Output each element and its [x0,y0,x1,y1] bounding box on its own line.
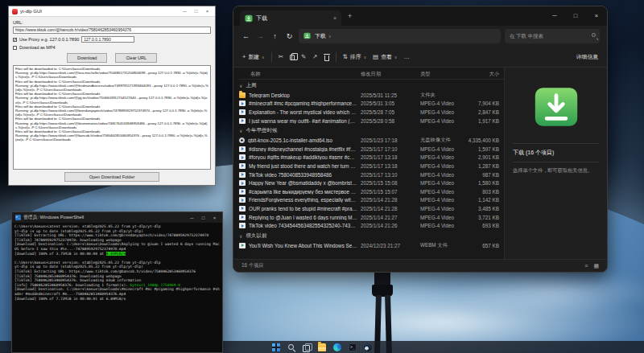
column-name[interactable]: 名称 [239,71,361,78]
file-explorer-window: 下载 下载 在 下载 中搜索 [233,6,608,273]
file-row[interactable]: TikTok video 75804085339489584862025/1/1… [239,170,504,179]
log-line: Running: yt-dlp https://www.tiktok.com/@… [15,84,208,92]
file-row[interactable]: #minecraft #mc #pcgaming #highperformanc… [239,100,504,109]
taskbar-edge-icon[interactable] [333,343,341,351]
file-row[interactable]: #сарымта like выкидируему без мистервое … [239,187,504,196]
explorer-titlebar[interactable]: 下载 [233,6,607,26]
column-date-modified[interactable]: 修改日期 [361,71,420,78]
sort-button[interactable]: 排序 [343,53,367,61]
file-row[interactable]: #disney #disneychannel #nostalgia #netfl… [239,145,504,154]
file-row[interactable]: Explanation - The worst mystical video w… [239,108,504,117]
file-row[interactable]: I just wanna wear my outfit- #art #anima… [239,117,504,125]
file-row[interactable]: Happy New Year @bsmatidaddy x @bombristi… [239,179,504,187]
terminal-line: [download] 100% of 7.72MiB in 00:00:01 a… [14,297,220,302]
up-button[interactable] [270,32,280,40]
group-header[interactable]: 很久以前 [239,231,504,241]
file-name: TikTok video 7580408533948958486 [249,172,361,178]
file-date: 2025/1/17 13:10 [361,172,420,178]
cut-icon[interactable] [279,53,283,60]
file-date: 2025/5/28 0:58 [361,118,420,124]
taskbar-steam-icon[interactable] [364,343,372,351]
maximize-icon[interactable] [565,6,586,24]
file-row[interactable]: qbit-knox-2025.1c-installer-amd64.iso202… [239,136,504,145]
file-type: 文件夹 [420,92,467,99]
minimize-icon[interactable] [544,6,565,24]
taskbar-icons [272,343,372,351]
file-date: 2024/12/23 21:27 [361,243,420,248]
log-line: Running: yt-dlp https://www.tiktok.com/@… [15,133,208,142]
refresh-button[interactable] [284,32,295,40]
file-size: 803 KB [467,189,504,195]
group-header[interactable]: 上周 [239,80,504,91]
close-icon[interactable] [203,9,212,14]
more-options-icon[interactable] [403,53,410,60]
taskbar-start-icon[interactable] [272,343,280,351]
maximize-icon[interactable] [199,215,208,220]
sort-label: 排序 [350,53,361,61]
maximize-icon[interactable] [192,9,200,14]
file-row[interactable]: Telegram Desktop2025/5/31 11:25文件夹 [239,91,504,100]
column-size[interactable]: 大小 [467,71,504,78]
taskbar-explorer-icon[interactable] [318,343,326,351]
open-download-folder-button[interactable]: Open Download Folder [64,172,160,182]
log-line: Running: yt-dlp https://www.tiktok.com/@… [15,71,208,79]
file-row[interactable]: FriendsForgiveness everything, especiall… [239,196,504,205]
minimize-icon[interactable] [180,9,189,14]
breadcrumb-crumb[interactable]: 下载 [315,32,326,40]
video-icon [239,109,246,115]
large-icons-view-icon[interactable] [593,263,599,269]
rename-icon[interactable] [301,53,306,60]
column-type[interactable]: 类型 [420,71,467,78]
file-name: #сарымта like выкидируему без мистервое … [249,189,361,195]
close-icon[interactable] [586,6,607,24]
breadcrumb[interactable]: 下载 [299,29,501,43]
ytdlp-app-icon [12,9,18,14]
file-type: MPEG-4 Video [420,163,467,169]
use-proxy-checkbox[interactable] [13,38,17,42]
view-icon [373,53,378,60]
forward-button[interactable] [255,32,266,40]
file-row[interactable]: #foryou #gifts #makeup #addiktyou #asmr … [239,154,504,162]
divider [271,52,272,62]
view-button[interactable]: 查看 [373,53,397,61]
file-size: 1,917 KB [467,118,504,124]
details-title: 下载 (16 个项目) [513,149,599,157]
file-row[interactable]: You'll Wish You Knew About This Windows … [239,241,504,250]
close-icon[interactable] [210,215,219,220]
taskbar-search-icon[interactable] [287,343,295,351]
explorer-tab-downloads[interactable]: 下载 [240,10,341,26]
chevron-down-icon [363,55,366,60]
minimize-icon[interactable] [188,215,196,220]
search-input[interactable]: 在 下载 中搜索 [505,29,600,43]
download-button[interactable]: Download [67,53,107,63]
back-button[interactable] [241,32,251,40]
proxy-input[interactable]: 127.0.0.1:7890 [81,36,134,43]
share-icon[interactable] [312,53,317,60]
group-header[interactable]: 今年早些时候 [239,125,504,136]
powershell-titlebar[interactable]: 管理员: Windows PowerShell [12,212,222,223]
file-row[interactable]: My friend just stood there and watch her… [239,162,504,170]
ytdlp-titlebar[interactable]: yt-dlp GUI [9,6,215,17]
details-view-icon[interactable] [584,263,588,269]
file-row[interactable]: OUR pranks tend to be stupid #minecraft … [239,204,504,213]
file-row[interactable]: TikTok video 7434544563482554325240-7434… [239,221,504,230]
clear-url-button[interactable]: Clear URL [115,53,157,63]
file-row[interactable]: Replying to @Juan I wasted 6 days runnin… [239,213,504,222]
terminal-output[interactable]: C:\Users\kasus>Latest version: stable@20… [12,223,222,352]
taskbar-taskview-icon[interactable] [303,343,311,351]
log-line: Running: yt-dlp https://www.tiktok.com/@… [15,96,208,104]
new-button[interactable]: 新建 [242,53,265,61]
details-toggle-button[interactable]: 详细信息 [576,53,598,61]
download-log[interactable]: Files will be downloaded to: C:\Users\ka… [13,65,211,170]
new-tab-button[interactable] [348,12,352,20]
powershell-app-icon [15,215,21,220]
copy-icon[interactable] [290,55,295,60]
details-pane: 下载 (16 个项目) 选择单个文件，即可获取相关信息。 [504,68,607,259]
taskbar-terminal-icon[interactable] [349,343,357,351]
video-icon [239,118,246,124]
url-input[interactable]: https://www.tiktok.com/@bancob.h/video/7… [13,27,211,34]
file-type: 光盘映像文件 [420,137,467,144]
delete-icon[interactable] [324,55,329,61]
download-mp4-checkbox[interactable] [13,46,17,50]
tab-close-icon[interactable] [333,15,336,21]
